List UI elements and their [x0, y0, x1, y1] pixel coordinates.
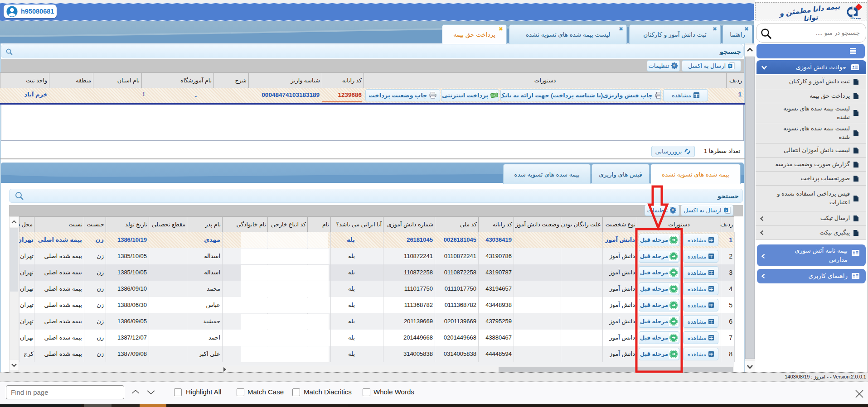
- svg-text:x: x: [729, 64, 732, 68]
- svg-text:x: x: [725, 208, 727, 212]
- svg-text:بیمه دانا: بیمه دانا: [850, 17, 861, 20]
